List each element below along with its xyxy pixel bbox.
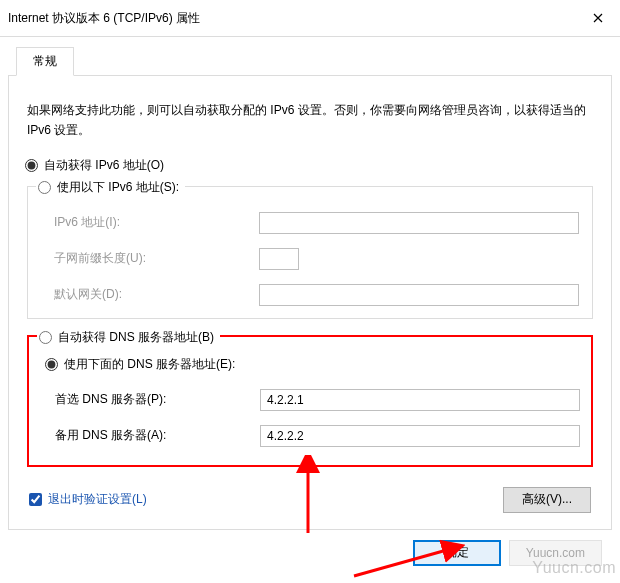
window-title: Internet 协议版本 6 (TCP/IPv6) 属性: [8, 10, 576, 27]
radio-dns-manual[interactable]: [45, 358, 58, 371]
radio-ip-manual-label: 使用以下 IPv6 地址(S):: [57, 179, 179, 196]
tab-general[interactable]: 常规: [16, 47, 74, 76]
radio-ip-auto-label: 自动获得 IPv6 地址(O): [44, 157, 164, 174]
radio-dns-auto[interactable]: [39, 331, 52, 344]
ok-button[interactable]: 确定: [413, 540, 501, 566]
title-bar: Internet 协议版本 6 (TCP/IPv6) 属性: [0, 0, 620, 37]
ipv6-address-input: [259, 212, 579, 234]
preferred-dns-input[interactable]: [260, 389, 580, 411]
advanced-button[interactable]: 高级(V)...: [503, 487, 591, 513]
validate-on-exit[interactable]: 退出时验证设置(L): [29, 491, 147, 508]
description-text: 如果网络支持此功能，则可以自动获取分配的 IPv6 设置。否则，你需要向网络管理…: [27, 100, 593, 141]
ipv6-address-label: IPv6 地址(I):: [54, 214, 259, 231]
validate-label: 退出时验证设置(L): [48, 491, 147, 508]
radio-ip-auto[interactable]: [25, 159, 38, 172]
ip-group: 使用以下 IPv6 地址(S): IPv6 地址(I): 子网前缀长度(U): …: [27, 186, 593, 319]
tab-content: 如果网络支持此功能，则可以自动获取分配的 IPv6 设置。否则，你需要向网络管理…: [8, 75, 612, 530]
close-button[interactable]: [576, 6, 620, 30]
tab-strip: 常规: [8, 47, 612, 76]
watermark: Yuucn.com: [532, 559, 616, 577]
radio-ip-manual[interactable]: [38, 181, 51, 194]
radio-dns-auto-label: 自动获得 DNS 服务器地址(B): [58, 329, 214, 346]
preferred-dns-label: 首选 DNS 服务器(P):: [55, 391, 260, 408]
radio-dns-manual-label: 使用下面的 DNS 服务器地址(E):: [64, 356, 235, 373]
alternate-dns-input[interactable]: [260, 425, 580, 447]
dns-group: 自动获得 DNS 服务器地址(B) 使用下面的 DNS 服务器地址(E): 首选…: [27, 335, 593, 467]
prefix-length-label: 子网前缀长度(U):: [54, 250, 259, 267]
alternate-dns-label: 备用 DNS 服务器(A):: [55, 427, 260, 444]
default-gateway-input: [259, 284, 579, 306]
prefix-length-input: [259, 248, 299, 270]
close-icon: [593, 13, 603, 23]
validate-checkbox[interactable]: [29, 493, 42, 506]
default-gateway-label: 默认网关(D):: [54, 286, 259, 303]
